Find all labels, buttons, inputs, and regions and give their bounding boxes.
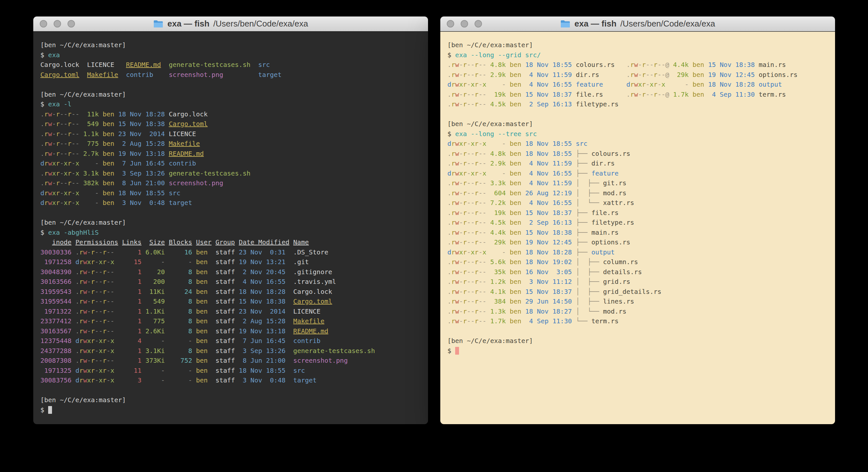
terminal-text bbox=[521, 268, 525, 276]
close-button[interactable] bbox=[40, 20, 47, 28]
terminal-text: r bbox=[451, 61, 455, 68]
terminal-text: src bbox=[168, 189, 180, 197]
terminal-text: Cargo.lock bbox=[168, 110, 207, 118]
terminal-text bbox=[99, 189, 103, 197]
terminal-text: - bbox=[478, 81, 482, 88]
terminal-text: r bbox=[56, 140, 60, 147]
terminal-text: @ bbox=[665, 71, 669, 79]
terminal-text: ben bbox=[510, 140, 521, 147]
terminal-text bbox=[521, 71, 525, 79]
terminal-text: 4 Nov 11:59 bbox=[525, 159, 572, 167]
terminal-text: r bbox=[79, 297, 83, 305]
terminal-text: r bbox=[56, 189, 60, 197]
minimize-button[interactable] bbox=[54, 20, 61, 28]
terminal-text: w bbox=[634, 61, 638, 68]
title-bar[interactable]: exa — fish /Users/ben/Code/exa/exa bbox=[440, 17, 835, 31]
terminal-text: 19k bbox=[490, 90, 506, 98]
terminal-line: 12375448 drwxr-xr-x 4 - - ben staff 7 Ju… bbox=[40, 336, 421, 346]
terminal-text bbox=[192, 288, 196, 295]
terminal-text bbox=[71, 258, 75, 266]
terminal-text: r bbox=[474, 189, 478, 197]
terminal-text: x bbox=[471, 140, 474, 147]
terminal-text: - bbox=[95, 258, 99, 266]
terminal-text bbox=[572, 90, 576, 98]
terminal-text bbox=[165, 140, 168, 147]
terminal-text: 5.6k bbox=[490, 258, 506, 266]
minimize-button[interactable] bbox=[461, 20, 468, 28]
terminal-text bbox=[235, 366, 239, 374]
terminal-text bbox=[71, 307, 75, 315]
terminal-text: ben bbox=[510, 150, 521, 157]
terminal-text bbox=[285, 376, 293, 384]
terminal-line: .rw-r--r-- 3.3k ben 4 Nov 11:59 │ ├── gi… bbox=[447, 178, 828, 188]
terminal-text: r bbox=[56, 130, 60, 138]
terminal-text: Permissions bbox=[75, 238, 118, 246]
terminal-text: -- bbox=[106, 248, 114, 256]
terminal-text: .DS_Store bbox=[293, 248, 328, 256]
terminal-text bbox=[114, 110, 118, 118]
terminal-text: . bbox=[447, 61, 451, 68]
zoom-button[interactable] bbox=[474, 20, 482, 28]
terminal-text: r bbox=[451, 71, 455, 79]
terminal-text: ben bbox=[196, 337, 208, 345]
terminal-content[interactable]: [ben ~/C/e/exa:master]$ exa --long --gri… bbox=[440, 32, 835, 424]
zoom-button[interactable] bbox=[67, 20, 75, 28]
terminal-text: 4 Nov 16:55 bbox=[239, 278, 285, 286]
terminal-text bbox=[165, 159, 168, 167]
terminal-text: output bbox=[591, 248, 615, 256]
terminal-text bbox=[165, 130, 168, 138]
terminal-text: 4 Sep 11:30 bbox=[525, 317, 572, 325]
terminal-text bbox=[486, 268, 490, 276]
terminal-text: 3 Sep 13:26 bbox=[239, 347, 285, 355]
terminal-text: ben bbox=[692, 71, 704, 79]
terminal-line: 31959544 .rw-r--r-- 1 549 8 ben staff 15… bbox=[40, 296, 421, 306]
terminal-text bbox=[506, 199, 510, 207]
terminal-text: 1 bbox=[122, 357, 142, 364]
terminal-text: . bbox=[447, 268, 451, 276]
terminal-text bbox=[486, 288, 490, 295]
terminal-text: ├── bbox=[576, 150, 591, 157]
terminal-text bbox=[572, 278, 576, 286]
terminal-text: r bbox=[91, 307, 95, 315]
terminal-text bbox=[521, 238, 525, 246]
terminal-text: 1.7k bbox=[490, 317, 506, 325]
terminal-text bbox=[208, 366, 215, 374]
terminal-text: staff bbox=[215, 307, 235, 315]
terminal-text: r bbox=[67, 189, 71, 197]
terminal-text: 15 Nov 18:37 bbox=[525, 288, 572, 295]
terminal-text bbox=[165, 169, 168, 177]
terminal-text: x bbox=[482, 169, 486, 177]
close-button[interactable] bbox=[447, 20, 454, 28]
terminal-text: . bbox=[40, 169, 44, 177]
terminal-text: -- bbox=[478, 307, 486, 315]
terminal-text: 31959544 bbox=[40, 297, 71, 305]
terminal-text: -- bbox=[95, 288, 103, 295]
terminal-text: r bbox=[630, 90, 634, 98]
terminal-content[interactable]: [ben ~/C/e/exa:master]$ exaCargo.lock LI… bbox=[33, 32, 428, 424]
terminal-text: w bbox=[455, 140, 459, 147]
terminal-text: . bbox=[75, 357, 79, 364]
terminal-text: Links bbox=[122, 238, 142, 246]
terminal-text bbox=[521, 248, 525, 256]
terminal-text bbox=[165, 268, 168, 276]
terminal-text bbox=[754, 71, 758, 79]
title-bar[interactable]: exa — fish /Users/ben/Code/exa/exa bbox=[33, 17, 428, 31]
terminal-window-dark: exa — fish /Users/ben/Code/exa/exa [ben … bbox=[33, 17, 428, 424]
terminal-text: 18 Nov 18:28 bbox=[708, 81, 755, 88]
terminal-text: - bbox=[87, 297, 91, 305]
terminal-text: . bbox=[75, 347, 79, 355]
terminal-text: . bbox=[447, 288, 451, 295]
terminal-text: - bbox=[490, 248, 506, 256]
terminal-text: target bbox=[258, 71, 281, 79]
terminal-text: x bbox=[471, 81, 474, 88]
terminal-text: 4.1k bbox=[490, 288, 506, 295]
terminal-text: -- bbox=[467, 100, 474, 108]
terminal-text: 4 Sep 11:30 bbox=[708, 90, 755, 98]
terminal-text: w bbox=[455, 209, 459, 216]
terminal-text: staff bbox=[215, 288, 235, 295]
terminal-text: . bbox=[447, 90, 451, 98]
terminal-text: 1.1Ki bbox=[145, 307, 165, 315]
terminal-text: r bbox=[463, 317, 467, 325]
window-controls bbox=[40, 17, 75, 31]
terminal-text: contrib bbox=[168, 159, 196, 167]
